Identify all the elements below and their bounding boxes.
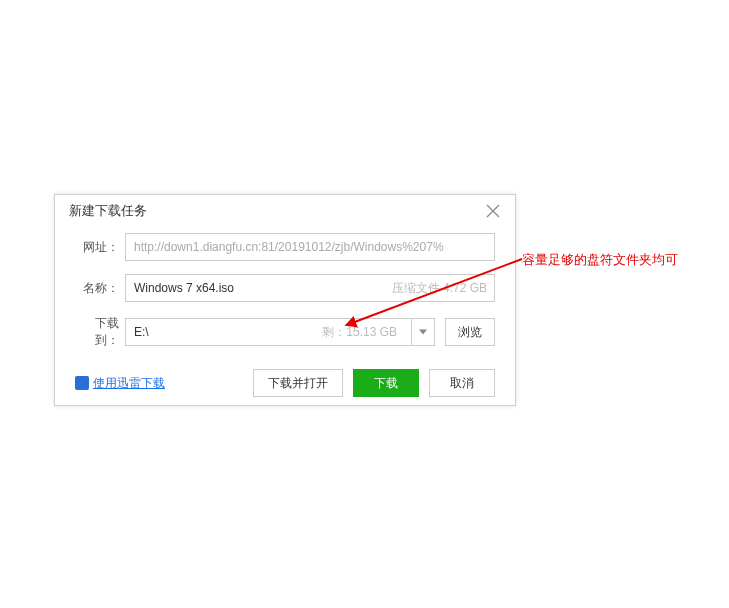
cancel-button[interactable]: 取消: [429, 369, 495, 397]
path-combo: 剩：15.13 GB: [125, 318, 435, 346]
url-label: 网址：: [75, 239, 125, 256]
close-icon: [486, 204, 500, 218]
dialog-content: 网址： 名称： 压缩文件 4.72 GB 下载到： 剩：15.13 GB: [55, 227, 515, 349]
close-button[interactable]: [485, 203, 501, 219]
annotation-text: 容量足够的盘符文件夹均可: [522, 251, 690, 269]
download-button[interactable]: 下载: [353, 369, 419, 397]
url-row: 网址：: [75, 233, 495, 261]
name-row: 名称： 压缩文件 4.72 GB: [75, 274, 495, 302]
browse-button[interactable]: 浏览: [445, 318, 495, 346]
download-and-open-button[interactable]: 下载并打开: [253, 369, 343, 397]
thunder-link-label: 使用迅雷下载: [93, 375, 165, 392]
name-label: 名称：: [75, 280, 125, 297]
chevron-down-icon: [419, 329, 427, 335]
dialog-footer: 使用迅雷下载 下载并打开 下载 取消: [55, 361, 515, 405]
new-download-dialog: 新建下载任务 网址： 名称： 压缩文件 4.72 GB 下载到：: [54, 194, 516, 406]
footer-buttons: 下载并打开 下载 取消: [253, 369, 495, 397]
svg-marker-2: [419, 330, 427, 335]
name-input-wrap: 压缩文件 4.72 GB: [125, 274, 495, 302]
path-dropdown-button[interactable]: [411, 318, 435, 346]
title-bar: 新建下载任务: [55, 195, 515, 227]
dialog-title: 新建下载任务: [69, 202, 147, 220]
path-input[interactable]: [125, 318, 411, 346]
url-input-wrap: [125, 233, 495, 261]
thunder-icon: [75, 376, 89, 390]
path-row: 下载到： 剩：15.13 GB 浏览: [75, 315, 495, 349]
path-label: 下载到：: [75, 315, 125, 349]
filename-input[interactable]: [125, 274, 495, 302]
thunder-download-link[interactable]: 使用迅雷下载: [75, 375, 165, 392]
url-input[interactable]: [125, 233, 495, 261]
